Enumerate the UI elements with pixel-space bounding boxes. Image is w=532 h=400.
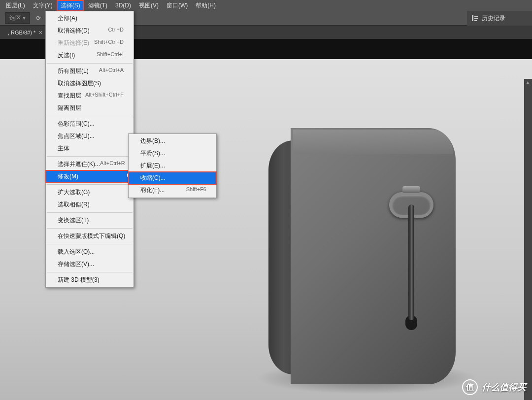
select-menu-item[interactable]: 主体: [46, 142, 133, 155]
svg-rect-2: [474, 18, 478, 19]
modify-submenu-item[interactable]: 平滑(S)...: [129, 147, 216, 160]
menu-item-label: 平滑(S)...: [140, 149, 165, 158]
menu-item-layer[interactable]: 图层(L): [2, 0, 29, 11]
menu-item-label: 查找图层: [58, 92, 81, 100]
menu-item-label: 扩展(E)...: [140, 162, 165, 170]
menu-item-label: 收缩(C)...: [140, 174, 166, 182]
menu-item-filter[interactable]: 滤镜(T): [84, 0, 111, 11]
svg-rect-0: [472, 15, 473, 21]
menu-item-label: 边界(B)...: [140, 137, 165, 145]
menu-item-type[interactable]: 文字(Y): [29, 0, 57, 11]
menu-item-label: 取消选择图层(S): [58, 79, 101, 88]
watermark-icon: 值: [462, 379, 478, 395]
rendered-object: [268, 128, 456, 384]
menu-separator: [47, 244, 133, 244]
select-menu-item[interactable]: 在快速蒙版模式下编辑(Q): [46, 230, 133, 242]
menu-item-help[interactable]: 帮助(H): [192, 0, 220, 11]
select-menu-item[interactable]: 隔离图层: [46, 102, 133, 114]
menu-shortcut: Ctrl+D: [108, 27, 124, 35]
menu-separator: [47, 272, 133, 272]
menu-shortcut: Alt+Shift+Ctrl+F: [85, 92, 124, 100]
select-menu-item[interactable]: 选择并遮住(K)...Alt+Ctrl+R: [46, 158, 133, 170]
select-menu-item[interactable]: 新建 3D 模型(3): [46, 274, 133, 286]
menu-separator: [47, 116, 133, 116]
select-menu-item[interactable]: 查找图层Alt+Shift+Ctrl+F: [46, 90, 133, 102]
chevron-down-icon: ▾: [23, 14, 26, 21]
menu-item-view[interactable]: 视图(V): [135, 0, 163, 11]
select-menu-item[interactable]: 取消选择(D)Ctrl+D: [46, 25, 133, 37]
select-menu-item[interactable]: 取消选择图层(S): [46, 77, 133, 90]
select-menu-item[interactable]: 重新选择(E)Shift+Ctrl+D: [46, 37, 133, 49]
selection-dropdown[interactable]: 选区 ▾: [5, 12, 30, 24]
menu-item-label: 色彩范围(C)...: [58, 120, 95, 128]
document-tab-label: , RGB/8#) *: [8, 30, 35, 35]
menu-item-label: 重新选择(E): [58, 39, 89, 47]
menu-shortcut: Shift+Ctrl+D: [94, 39, 124, 47]
menu-shortcut: Shift+Ctrl+I: [97, 51, 124, 60]
menu-item-label: 主体: [58, 144, 69, 153]
vertical-scrollbar[interactable]: [524, 79, 532, 400]
history-icon: [471, 14, 479, 22]
menu-item-select[interactable]: 选择(S): [57, 0, 84, 11]
refresh-icon[interactable]: ⟳: [36, 15, 41, 22]
menu-item-label: 载入选区(O)...: [58, 248, 95, 256]
menu-item-label: 选取相似(R): [58, 200, 90, 209]
menu-item-label: 反选(I): [58, 51, 75, 60]
menu-separator: [47, 63, 133, 64]
menu-separator: [47, 156, 133, 157]
menu-item-label: 在快速蒙版模式下编辑(Q): [58, 232, 125, 240]
menu-bar: 图层(L) 文字(Y) 选择(S) 滤镜(T) 3D(D) 视图(V) 窗口(W…: [0, 0, 532, 11]
select-menu-item[interactable]: 修改(M): [46, 170, 133, 183]
menu-separator: [47, 212, 133, 213]
menu-item-label: 焦点区域(U)...: [58, 132, 95, 140]
menu-item-label: 取消选择(D): [58, 27, 90, 35]
select-menu-item[interactable]: 所有图层(L)Alt+Ctrl+A: [46, 65, 133, 77]
menu-item-label: 羽化(F)...: [140, 186, 165, 195]
select-menu-item[interactable]: 变换选区(T): [46, 214, 133, 227]
menu-shortcut: Alt+Ctrl+A: [99, 67, 124, 75]
menu-item-label: 新建 3D 模型(3): [58, 276, 100, 284]
history-panel-tab[interactable]: 历史记录: [467, 11, 532, 26]
menu-item-label: 修改(M): [58, 172, 78, 181]
select-menu-item[interactable]: 存储选区(V)...: [46, 258, 133, 270]
watermark-text: 什么值得买: [482, 381, 526, 393]
menu-item-label: 隔离图层: [58, 104, 81, 112]
select-menu-item[interactable]: 色彩范围(C)...: [46, 118, 133, 130]
select-menu-item[interactable]: 全部(A): [46, 12, 133, 25]
select-menu-item[interactable]: 载入选区(O)...: [46, 246, 133, 258]
select-menu-item[interactable]: 焦点区域(U)...: [46, 130, 133, 142]
menu-shortcut: Shift+F6: [186, 186, 206, 195]
close-icon[interactable]: ×: [38, 29, 42, 36]
menu-item-label: 所有图层(L): [58, 67, 89, 75]
menu-separator: [47, 184, 133, 185]
history-label: 历史记录: [482, 14, 505, 23]
menu-item-3d[interactable]: 3D(D): [111, 0, 135, 10]
modify-submenu: 边界(B)...平滑(S)...扩展(E)...收缩(C)...羽化(F)...…: [128, 133, 217, 198]
select-menu-item[interactable]: 选取相似(R): [46, 199, 133, 211]
menu-item-label: 变换选区(T): [58, 216, 89, 225]
menu-separator: [47, 228, 133, 229]
svg-rect-3: [474, 20, 477, 21]
select-menu-item[interactable]: 反选(I)Shift+Ctrl+I: [46, 49, 133, 62]
svg-rect-1: [474, 16, 478, 17]
document-tab[interactable]: , RGB/8#) * ×: [4, 29, 46, 36]
menu-item-label: 扩大选取(G): [58, 188, 90, 197]
menu-shortcut: Alt+Ctrl+R: [100, 160, 125, 168]
modify-submenu-item[interactable]: 扩展(E)...: [129, 160, 216, 172]
menu-item-label: 全部(A): [58, 14, 77, 23]
select-menu-item[interactable]: 扩大选取(G): [46, 186, 133, 199]
select-menu-dropdown: 全部(A)取消选择(D)Ctrl+D重新选择(E)Shift+Ctrl+D反选(…: [45, 11, 134, 288]
selection-dropdown-label: 选区: [9, 14, 21, 21]
modify-submenu-item[interactable]: 收缩(C)...: [129, 172, 216, 184]
menu-item-label: 选择并遮住(K)...: [58, 160, 100, 168]
modify-submenu-item[interactable]: 边界(B)...: [129, 135, 216, 147]
menu-item-window[interactable]: 窗口(W): [163, 0, 192, 11]
modify-submenu-item[interactable]: 羽化(F)...Shift+F6: [129, 184, 216, 197]
watermark: 值 什么值得买: [462, 379, 526, 395]
menu-item-label: 存储选区(V)...: [58, 260, 94, 268]
